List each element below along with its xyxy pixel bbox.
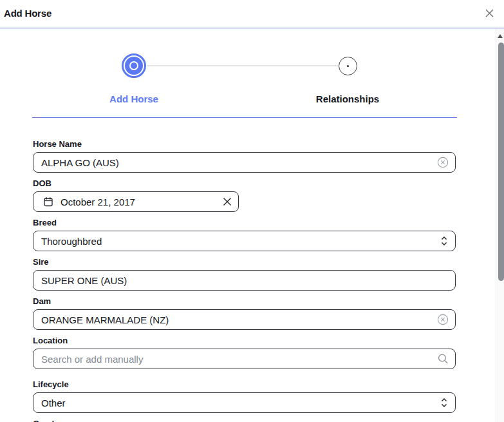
lifecycle-select[interactable]: Other: [33, 392, 456, 413]
step-1-label[interactable]: Add Horse: [109, 93, 158, 104]
step-2-dot: [347, 65, 349, 67]
breed-select[interactable]: Thoroughbred: [33, 231, 456, 251]
dam-input[interactable]: [33, 309, 456, 330]
breed-field: Breed Thoroughbred: [33, 218, 456, 251]
horse-name-clear-button[interactable]: [437, 157, 449, 168]
lifecycle-value: Other: [41, 398, 66, 408]
scroll-up-arrow-icon[interactable]: [498, 34, 503, 38]
dob-field: DOB: [33, 179, 456, 212]
lifecycle-field: Lifecycle Other: [33, 380, 456, 413]
clear-circle-icon: [437, 157, 449, 168]
chevron-up-down-icon: [440, 398, 448, 408]
horse-name-input[interactable]: [33, 152, 456, 173]
scrollbar[interactable]: [496, 28, 504, 422]
close-icon: [485, 8, 494, 18]
dam-field: Dam: [33, 297, 456, 330]
step-2-label[interactable]: Relationships: [316, 93, 379, 104]
dob-label: DOB: [33, 179, 456, 188]
calendar-icon: [43, 197, 53, 207]
sire-input[interactable]: [33, 270, 456, 291]
location-input[interactable]: [33, 349, 456, 369]
horse-name-label: Horse Name: [33, 140, 456, 149]
search-icon: [438, 354, 449, 365]
clear-circle-icon: [437, 314, 449, 325]
dam-label: Dam: [33, 297, 456, 306]
sire-field: Sire: [33, 258, 456, 291]
gender-label: Gender: [33, 419, 456, 422]
close-button[interactable]: [483, 7, 496, 19]
modal-header: Add Horse: [0, 0, 504, 26]
stepper: Add Horse Relationships: [0, 28, 504, 118]
location-label: Location: [33, 336, 456, 345]
scrollbar-thumb[interactable]: [498, 43, 504, 281]
clear-x-icon: [223, 197, 232, 206]
step-1-indicator[interactable]: [122, 53, 146, 78]
stepper-divider: [32, 117, 457, 118]
sire-label: Sire: [33, 258, 456, 267]
location-field: Location: [33, 336, 456, 369]
step-1-ring: [129, 61, 138, 70]
lifecycle-label: Lifecycle: [33, 380, 456, 389]
add-horse-form: Horse Name DOB: [33, 140, 456, 422]
dob-clear-button[interactable]: [223, 197, 232, 206]
step-1-inner-circle: [125, 57, 143, 75]
horse-name-field: Horse Name: [33, 140, 456, 173]
stepper-connector: [147, 65, 338, 66]
chevron-up-down-icon: [440, 236, 448, 246]
step-2-indicator[interactable]: [339, 57, 357, 75]
breed-value: Thoroughbred: [41, 236, 102, 247]
modal-title: Add Horse: [4, 8, 51, 19]
breed-label: Breed: [33, 218, 456, 227]
gender-field: Gender: [33, 419, 456, 422]
dob-input[interactable]: [33, 191, 239, 212]
dam-clear-button[interactable]: [437, 314, 449, 325]
